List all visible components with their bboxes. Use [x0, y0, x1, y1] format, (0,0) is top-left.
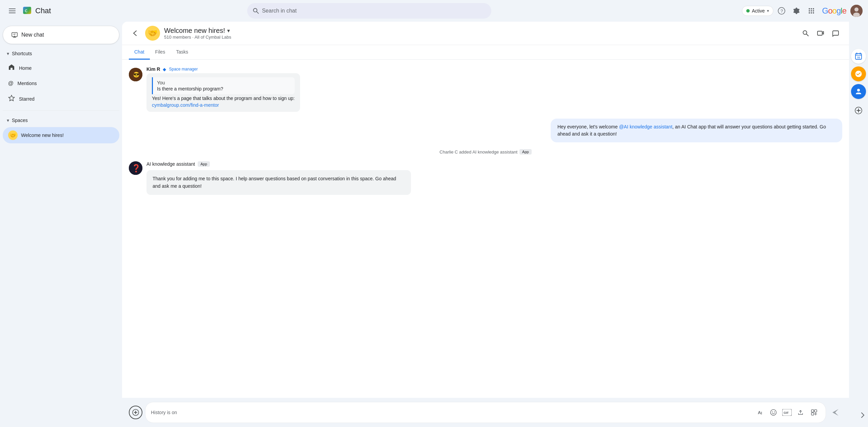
- sidebar-item-home[interactable]: Home: [3, 60, 119, 76]
- emoji-button[interactable]: [767, 406, 780, 419]
- svg-rect-2: [9, 13, 16, 13]
- tab-tasks[interactable]: Tasks: [171, 45, 194, 60]
- diamond-icon: ◆: [163, 67, 166, 72]
- chat-search-button[interactable]: [799, 26, 812, 40]
- svg-point-26: [803, 31, 807, 35]
- message-input-box[interactable]: History is on A: [145, 402, 826, 423]
- sidebar-item-starred[interactable]: Starred: [3, 91, 119, 106]
- mentions-icon: @: [8, 80, 14, 86]
- svg-rect-28: [817, 31, 822, 35]
- svg-point-13: [813, 10, 814, 12]
- upload-button[interactable]: [794, 406, 807, 419]
- sidebar-item-starred-label: Starred: [19, 96, 35, 102]
- right-panel: 31: [849, 22, 868, 427]
- add-widget-button[interactable]: [808, 406, 820, 419]
- svg-point-40: [774, 411, 775, 412]
- system-message: Charlie C added AI knowledge assistant A…: [129, 149, 842, 155]
- sidebar: New chat ▾ Shortcuts Home @ Mentions: [0, 22, 122, 427]
- svg-point-9: [811, 8, 812, 9]
- help-button[interactable]: ?: [775, 4, 788, 18]
- threads-button[interactable]: [829, 26, 842, 40]
- space-manager-badge: Space manager: [169, 67, 198, 72]
- messages-area: 😎 Kim R ◆ Space manager You Is there a m…: [122, 60, 849, 398]
- user-avatar[interactable]: [850, 5, 863, 17]
- blue-msg-before: Hey everyone, let's welcome: [557, 124, 619, 129]
- svg-point-15: [811, 12, 812, 14]
- main-layout: New chat ▾ Shortcuts Home @ Mentions: [0, 0, 868, 427]
- tasks-panel-button[interactable]: [851, 66, 866, 81]
- svg-point-10: [813, 8, 814, 9]
- chat-header-sub: 510 members · All of Cymbal Labs: [164, 35, 795, 40]
- kim-sender-info: Kim R ◆ Space manager: [146, 66, 300, 72]
- hamburger-menu-button[interactable]: [5, 4, 19, 18]
- svg-text:A: A: [758, 410, 761, 415]
- calendar-panel-button[interactable]: 31: [851, 49, 866, 64]
- tab-chat[interactable]: Chat: [129, 45, 150, 60]
- svg-point-11: [809, 10, 810, 12]
- system-app-badge: App: [519, 149, 532, 155]
- ai-mention: @AI knowledge assistant: [619, 124, 672, 129]
- svg-point-16: [813, 12, 814, 14]
- status-dot: [746, 9, 750, 13]
- search-bar: [247, 3, 491, 19]
- contacts-panel-button[interactable]: [851, 84, 866, 99]
- shortcuts-section-header[interactable]: ▾ Shortcuts: [3, 48, 119, 59]
- svg-text:😎: 😎: [133, 72, 140, 78]
- search-input-wrap[interactable]: [247, 3, 491, 19]
- new-chat-button[interactable]: New chat: [3, 26, 119, 44]
- quoted-by: You: [157, 80, 291, 85]
- app-logo: C Chat: [22, 5, 51, 16]
- add-content-button[interactable]: [129, 406, 142, 419]
- blue-broadcast-message: Hey everyone, let's welcome @AI knowledg…: [551, 119, 842, 142]
- svg-line-5: [257, 12, 258, 13]
- reply-link[interactable]: cymbalgroup.com/find-a-mentor: [152, 102, 295, 108]
- input-actions: A: [754, 406, 820, 419]
- kim-reply-bubble: You Is there a mentorship program? Yes! …: [146, 73, 300, 112]
- quoted-text: Is there a mentorship program?: [157, 86, 291, 92]
- svg-text:❓: ❓: [132, 164, 141, 173]
- send-button[interactable]: [829, 406, 842, 419]
- sidebar-item-home-label: Home: [19, 65, 32, 71]
- svg-marker-25: [9, 95, 15, 101]
- quoted-message: You Is there a mentorship program?: [152, 77, 295, 94]
- settings-button[interactable]: [790, 4, 803, 18]
- search-icon: [253, 7, 259, 14]
- chat-header-emoji: 🤝: [145, 26, 160, 41]
- ai-sender-info: AI knowledge assistant App: [146, 161, 411, 167]
- chevron-shortcuts-icon: ▾: [7, 51, 9, 56]
- google-logo: Google: [822, 6, 846, 16]
- svg-point-54: [857, 89, 860, 92]
- tab-files[interactable]: Files: [150, 45, 171, 60]
- chat-header: 🤝 Welcome new hires! ▾ 510 members · All…: [122, 22, 849, 45]
- sidebar-item-welcome-space[interactable]: 🤝 Welcome new hires!: [3, 127, 119, 143]
- svg-point-14: [809, 12, 810, 14]
- message-group-ai: ❓ AI knowledge assistant App Thank you f…: [129, 161, 842, 195]
- back-button[interactable]: [129, 27, 141, 39]
- svg-point-8: [809, 8, 810, 9]
- svg-rect-43: [811, 410, 814, 412]
- text-format-button[interactable]: A: [754, 406, 766, 419]
- svg-rect-44: [814, 410, 817, 412]
- video-call-button[interactable]: [814, 26, 827, 40]
- ai-avatar: ❓: [129, 161, 142, 175]
- chat-header-info: Welcome new hires! ▾ 510 members · All o…: [164, 27, 795, 40]
- expand-panel-button[interactable]: [859, 411, 867, 420]
- dropdown-arrow-icon[interactable]: ▾: [227, 27, 230, 34]
- svg-rect-0: [9, 8, 16, 9]
- svg-line-27: [807, 34, 809, 36]
- status-button[interactable]: Active ▾: [742, 6, 773, 16]
- search-input[interactable]: [262, 8, 486, 14]
- sidebar-item-mentions[interactable]: @ Mentions: [3, 77, 119, 90]
- gif-button[interactable]: GIF: [781, 406, 793, 419]
- svg-rect-1: [9, 11, 16, 11]
- chevron-down-icon: ▾: [767, 8, 769, 13]
- space-emoji-icon: 🤝: [8, 130, 18, 140]
- spaces-section-header[interactable]: ▾ Spaces: [3, 115, 119, 126]
- space-org: All of Cymbal Labs: [195, 35, 231, 40]
- status-label: Active: [752, 8, 765, 14]
- svg-rect-45: [811, 413, 814, 415]
- apps-grid-button[interactable]: [805, 4, 818, 18]
- svg-text:C: C: [25, 9, 27, 13]
- add-panel-button[interactable]: [852, 104, 865, 117]
- chat-header-actions: [799, 26, 842, 40]
